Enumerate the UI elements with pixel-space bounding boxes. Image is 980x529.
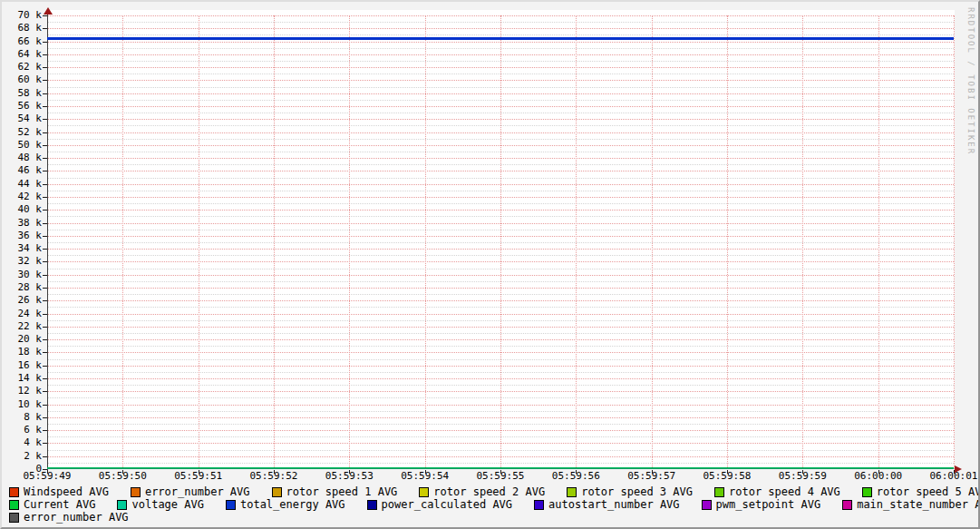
- legend-item: total_energy AVG: [226, 498, 345, 511]
- legend-item: power_calculated AVG: [367, 498, 513, 511]
- y-axis-tick-label: 20 k: [2, 334, 42, 345]
- gridline-vertical-major: [274, 15, 275, 469]
- legend-swatch-icon: [9, 500, 19, 510]
- y-axis-tick-label: 6 k: [2, 425, 42, 436]
- y-axis-tick-label: 14 k: [2, 373, 42, 384]
- legend-swatch-icon: [9, 487, 19, 497]
- y-axis-tick-label: 42 k: [2, 191, 42, 202]
- legend-swatch-icon: [419, 487, 429, 497]
- y-axis-tick-label: 68 k: [2, 23, 42, 34]
- x-axis-tick-mark: [727, 470, 728, 474]
- y-axis-tick-label: 66 k: [2, 36, 42, 47]
- x-axis-tick-mark: [425, 470, 426, 474]
- x-axis-tick-mark: [878, 470, 879, 474]
- watermark: RRDTOOL / TOBI OETIKER: [966, 7, 975, 155]
- rrdtool-graph: RRDTOOL / TOBI OETIKER Windspeed AVGerro…: [0, 0, 980, 529]
- legend-row: Windspeed AVGerror_number AVGrotor speed…: [9, 485, 980, 498]
- legend-item: main_state_number AVG: [842, 498, 980, 511]
- y-axis-tick-label: 22 k: [2, 321, 42, 332]
- legend-item: autostart_number AVG: [534, 498, 680, 511]
- y-axis-tick-label: 30 k: [2, 269, 42, 280]
- y-axis-tick-label: 24 k: [2, 309, 42, 319]
- total-energy-line: [47, 37, 954, 40]
- y-axis-tick-label: 8 k: [2, 412, 42, 423]
- y-axis-tick-label: 64 k: [2, 49, 42, 60]
- legend-swatch-icon: [567, 487, 577, 497]
- y-axis-tick-label: 38 k: [2, 218, 42, 229]
- x-axis-tick-label: 06:00:01: [925, 471, 980, 482]
- legend-swatch-icon: [272, 487, 282, 497]
- y-axis-tick-label: 58 k: [2, 88, 42, 99]
- legend-swatch-icon: [702, 500, 712, 510]
- y-axis-tick-label: 2 k: [2, 451, 42, 462]
- y-axis-arrow-icon: [44, 7, 53, 15]
- y-axis-tick-label: 16 k: [2, 360, 42, 371]
- x-axis-tick-mark: [652, 470, 653, 474]
- y-axis-tick-label: 26 k: [2, 295, 42, 306]
- legend-swatch-icon: [534, 500, 544, 510]
- legend-swatch-icon: [117, 500, 127, 510]
- legend-item-label: Current AVG: [24, 498, 95, 511]
- y-axis-tick-label: 48 k: [2, 152, 42, 163]
- gridline-vertical-major: [199, 15, 199, 469]
- legend-item-label: rotor speed 1 AVG: [286, 485, 398, 498]
- x-axis-tick-mark: [47, 470, 48, 474]
- legend-swatch-icon: [367, 500, 377, 510]
- legend-item-label: rotor speed 4 AVG: [729, 485, 840, 498]
- legend-item-label: error_number AVG: [24, 511, 129, 524]
- gridline-vertical-major: [727, 15, 728, 469]
- legend-item: voltage AVG: [117, 498, 203, 511]
- y-axis-tick-label: 28 k: [2, 282, 42, 293]
- x-axis-tick-mark: [576, 470, 577, 474]
- x-axis-arrow-icon: [955, 465, 962, 473]
- y-axis-tick-label: 36 k: [2, 230, 42, 241]
- legend-swatch-icon: [714, 487, 724, 497]
- legend-item: rotor speed 2 AVG: [419, 485, 545, 498]
- legend-swatch-icon: [842, 500, 852, 510]
- y-axis-tick-label: 12 k: [2, 386, 42, 397]
- gridline-vertical-major: [425, 15, 426, 469]
- legend-item: pwm_setpoint AVG: [702, 498, 821, 511]
- legend-row: Current AVGvoltage AVGtotal_energy AVGpo…: [9, 498, 980, 511]
- legend-item-label: pwm_setpoint AVG: [716, 498, 821, 511]
- y-axis-tick-label: 10 k: [2, 399, 42, 410]
- gridline-vertical-major: [652, 15, 653, 469]
- y-axis-tick-label: 34 k: [2, 243, 42, 254]
- legend-item-label: voltage AVG: [131, 498, 203, 511]
- gridline-vertical-major: [802, 15, 803, 469]
- legend-item: rotor speed 4 AVG: [714, 485, 840, 498]
- y-axis-tick-label: 62 k: [2, 62, 42, 73]
- legend-item-label: main_state_number AVG: [857, 498, 980, 511]
- legend-swatch-icon: [131, 487, 141, 497]
- legend-item-label: Windspeed AVG: [24, 485, 109, 498]
- x-axis-tick-mark: [274, 470, 275, 474]
- legend-item: error_number AVG: [9, 511, 129, 524]
- legend-item-label: rotor speed 2 AVG: [433, 485, 545, 498]
- y-axis-tick-label: 44 k: [2, 179, 42, 190]
- x-axis-tick-mark: [199, 470, 199, 474]
- gridline-vertical-major: [349, 15, 350, 469]
- y-axis-tick-label: 50 k: [2, 140, 42, 151]
- x-axis-tick-mark: [122, 470, 123, 474]
- y-axis-line: [47, 11, 48, 470]
- zero-value-series-line: [47, 467, 954, 469]
- y-axis-tick-label: 46 k: [2, 165, 42, 176]
- legend-item-label: error_number AVG: [145, 485, 250, 498]
- legend-item: rotor speed 1 AVG: [272, 485, 398, 498]
- y-axis-tick-label: 40 k: [2, 204, 42, 215]
- x-axis-tick-mark: [349, 470, 350, 474]
- legend-row: error_number AVG: [9, 511, 980, 524]
- gridline-vertical-major: [954, 15, 955, 469]
- gridline-vertical-major: [576, 15, 577, 469]
- gridline-vertical-major: [500, 15, 501, 469]
- legend-item-label: total_energy AVG: [240, 498, 345, 511]
- legend-item-label: rotor speed 5 AVG: [877, 485, 980, 498]
- legend-item: rotor speed 5 AVG: [862, 485, 980, 498]
- y-axis-tick-label: 56 k: [2, 101, 42, 112]
- y-axis-tick-label: 52 k: [2, 127, 42, 138]
- y-axis-tick-label: 4 k: [2, 437, 42, 448]
- legend: Windspeed AVGerror_number AVGrotor speed…: [9, 485, 980, 524]
- x-axis-tick-mark: [802, 470, 803, 474]
- legend-item: error_number AVG: [131, 485, 250, 498]
- y-axis-tick-label: 70 k: [2, 10, 42, 21]
